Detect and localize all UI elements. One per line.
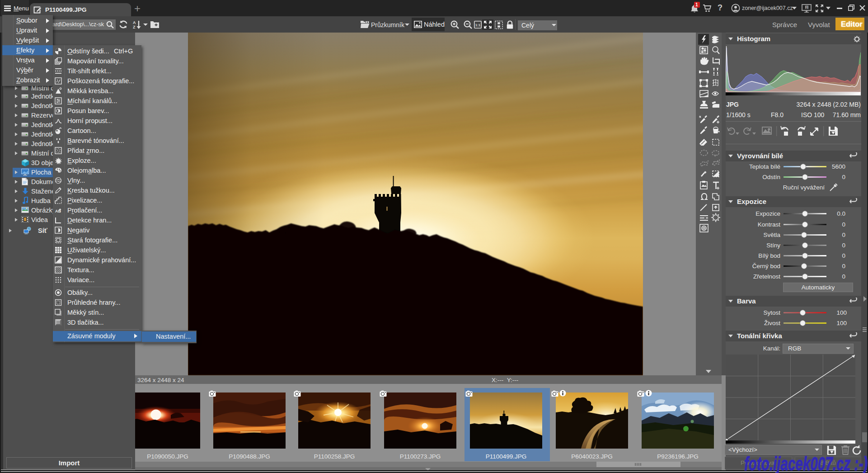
svg-text:1:1: 1:1 [475, 23, 481, 27]
svg-text:Z: Z [133, 25, 136, 29]
svg-text:A: A [133, 20, 136, 25]
svg-text:2: 2 [806, 6, 808, 9]
